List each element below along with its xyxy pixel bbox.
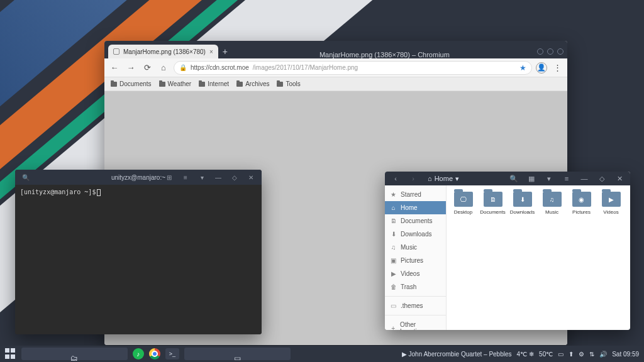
terminal-prompt: [unityzx@manjaro ~]$ [20,189,96,195]
hamburger-icon[interactable]: ≡ [560,172,574,185]
sidebar-separator [385,315,446,315]
maximize-button[interactable]: ◇ [595,172,609,185]
file-manager-headerbar: ‹ › ⌂ Home ▾ 🔍 ▦ ▾ ≡ — ◇ ✕ [385,172,630,185]
chevron-down-icon: ▾ [455,175,459,183]
folder-icon [159,82,165,87]
tray-settings-icon[interactable]: ⚙ [579,351,584,358]
tray-volume-icon[interactable]: 🔊 [599,351,607,358]
sidebar-item-trash[interactable]: 🗑Trash [385,280,446,293]
terminal-titlebar: 🔍 unityzx@manjaro:~ ⊞ ≡ ▾ — ◇ ✕ [15,170,262,185]
sidebar-item-downloads[interactable]: ⬇Downloads [385,228,446,241]
minimize-button[interactable] [537,48,543,55]
new-tab-icon[interactable]: ⊞ [162,170,176,184]
sidebar-separator [385,296,446,297]
minimize-button[interactable]: — [577,172,591,185]
folder-icon: 🖵 [454,192,473,207]
bookmark-folder[interactable]: Internet [199,80,229,87]
folder-item[interactable]: ⬇Downloads [508,192,536,215]
home-button[interactable]: ⌂ [157,62,170,74]
bookmark-folder[interactable]: Archives [236,80,269,87]
folder-icon: ♫ [543,192,562,207]
close-button[interactable] [557,48,564,55]
chevron-down-icon[interactable]: ▾ [195,170,209,184]
browser-toolbar: ← → ⟳ ⌂ 🔒 https://cdn.scrot.moe/images/2… [104,58,567,77]
sidebar-item-home[interactable]: ⌂Home [385,201,446,214]
bookmark-folder[interactable]: Documents [111,80,152,87]
close-button[interactable]: ✕ [613,172,626,185]
sidebar-item-music[interactable]: ♫Music [385,241,446,254]
system-tray: ▶John Abercrombie Quartet – Pebbles 4℃❄ … [402,351,639,358]
forward-button[interactable]: → [125,62,137,74]
bookmark-star-icon[interactable]: ★ [519,63,526,72]
maximize-button[interactable] [547,48,553,55]
browser-tab[interactable]: ManjarHome.png (1386×780) × [108,45,218,58]
sidebar-item-other-locations[interactable]: +Other Locations [385,318,446,330]
location-label: Home [435,175,453,182]
tray-network-icon[interactable]: ⇅ [589,351,594,358]
tray-layout-icon[interactable]: ▭ [558,351,564,358]
close-tab-button[interactable]: × [209,48,213,55]
lock-icon: 🔒 [179,64,187,71]
bookmark-folder[interactable]: Tools [277,80,300,87]
task-file-manager[interactable]: 🗂 [21,348,128,360]
task-terminal[interactable]: >_ [165,348,179,359]
folder-item[interactable]: ▶Videos [597,192,625,215]
task-spotify[interactable]: ♪ [133,348,144,359]
back-button[interactable]: ← [108,62,121,74]
task-chromium[interactable] [149,348,160,359]
url-host: https://cdn.scrot.moe [191,64,249,71]
favicon-icon [113,48,119,55]
view-grid-icon[interactable]: ▦ [525,172,538,185]
sidebar-item-documents[interactable]: 🗎Documents [385,214,446,228]
weather-widget[interactable]: 4℃❄ [517,351,535,358]
document-icon: 🗎 [390,217,397,224]
terminal-body[interactable]: [unityzx@manjaro ~]$ [15,185,262,334]
file-manager-window: ‹ › ⌂ Home ▾ 🔍 ▦ ▾ ≡ — ◇ ✕ ★Starred ⌂Hom… [385,172,630,330]
file-manager-sidebar: ★Starred ⌂Home 🗎Documents ⬇Downloads ♫Mu… [385,185,447,330]
maximize-button[interactable]: ◇ [228,170,242,184]
close-button[interactable]: ✕ [244,170,258,184]
terminal-cursor [97,189,101,196]
sidebar-item-videos[interactable]: ▶Videos [385,267,446,280]
cpu-temp[interactable]: 50℃ [539,351,553,358]
menu-icon[interactable]: ≡ [179,170,192,184]
task-generic[interactable]: ▭ [184,348,291,360]
taskbar-panel: 🗂 ♪ >_ ▭ ▶John Abercrombie Quartet – Peb… [0,346,644,362]
forward-button[interactable]: › [406,172,420,185]
file-grid[interactable]: 🖵Desktop 🗎Documents ⬇Downloads ♫Music ◉P… [447,185,630,330]
clock[interactable]: Sat 09:59 [612,351,639,358]
profile-button[interactable]: 👤 [536,62,547,74]
folder-icon: 🗎 [484,192,502,207]
now-playing[interactable]: ▶John Abercrombie Quartet – Pebbles [402,351,512,358]
sidebar-item-starred[interactable]: ★Starred [385,188,446,201]
folder-icon: ⬇ [513,192,532,207]
music-icon: ♫ [390,244,397,251]
minimize-button[interactable]: — [211,170,225,184]
bookmark-folder[interactable]: Weather [159,80,192,87]
reload-button[interactable]: ⟳ [141,62,153,74]
menu-button[interactable]: ⋮ [551,62,564,74]
folder-item[interactable]: 🗎Documents [479,192,507,215]
sidebar-item-themes[interactable]: ▭.themes [385,299,446,312]
plus-icon: + [390,325,396,331]
home-icon: ⌂ [428,175,432,182]
trash-icon: 🗑 [390,283,397,290]
tab-strip: ManjarHome.png (1386×780) × + ManjarHome… [104,41,567,58]
star-icon: ★ [390,191,397,198]
tray-updates-icon[interactable]: ⬆ [569,351,574,358]
search-icon[interactable]: 🔍 [507,172,521,185]
back-button[interactable]: ‹ [389,172,402,185]
folder-item[interactable]: ♫Music [538,192,566,215]
bookmarks-bar: Documents Weather Internet Archives Tool… [104,77,567,91]
new-tab-button[interactable]: + [218,45,232,58]
folder-item[interactable]: 🖵Desktop [449,192,477,215]
sidebar-item-pictures[interactable]: ▣Pictures [385,254,446,267]
path-bar[interactable]: ⌂ Home ▾ [424,173,463,184]
address-bar[interactable]: 🔒 https://cdn.scrot.moe/images/2017/10/1… [174,61,532,75]
download-icon: ⬇ [390,231,397,238]
folder-item[interactable]: ◉Pictures [567,192,596,215]
video-icon: ▶ [390,270,397,277]
chevron-down-icon[interactable]: ▾ [542,172,556,185]
folder-icon [277,82,283,87]
app-launcher-button[interactable] [5,348,16,359]
